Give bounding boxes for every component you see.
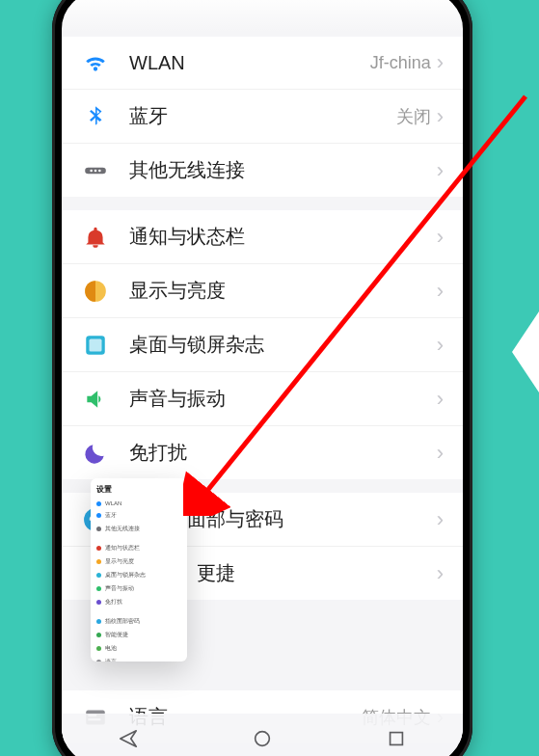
settings-group: WLAN Jf-china › 蓝牙 关闭 › 其他无线连接 — [62, 37, 463, 197]
row-label: 免打扰 — [129, 440, 437, 466]
mini-row: 通知与状态栏 — [96, 544, 181, 553]
nav-home-button[interactable] — [231, 728, 293, 749]
mini-row: 智能便捷 — [96, 631, 181, 639]
chevron-right-icon: › — [437, 563, 444, 584]
row-label: 桌面与锁屏杂志 — [129, 332, 437, 358]
settings-row-dnd[interactable]: 免打扰 › — [62, 425, 463, 479]
mini-row: 蓝牙 — [96, 511, 181, 520]
mini-rows: WLAN蓝牙其他无线连接通知与状态栏显示与亮度桌面与锁屏杂志声音与振动免打扰指纹… — [96, 500, 181, 662]
svg-point-1 — [90, 169, 93, 172]
chevron-right-icon: › — [437, 281, 444, 302]
mini-row: 显示与亮度 — [96, 557, 181, 566]
settings-row-other-wireless[interactable]: 其他无线连接 › — [62, 143, 463, 197]
chevron-right-icon: › — [437, 509, 444, 530]
mini-row: 语言 — [96, 658, 181, 662]
settings-row-bluetooth[interactable]: 蓝牙 关闭 › — [62, 89, 463, 143]
chevron-right-icon: › — [437, 389, 444, 410]
mini-row: 电池 — [96, 644, 181, 653]
row-label: 其他无线连接 — [129, 157, 437, 183]
chevron-right-icon: › — [437, 52, 444, 73]
row-label: 蓝牙 — [129, 103, 396, 129]
row-label: 更捷 — [197, 560, 437, 586]
mini-preview-card[interactable]: 设置 WLAN蓝牙其他无线连接通知与状态栏显示与亮度桌面与锁屏杂志声音与振动免打… — [91, 478, 187, 662]
mini-row: 指纹面部密码 — [96, 617, 181, 626]
chevron-right-icon: › — [437, 160, 444, 181]
settings-row-notifications[interactable]: 通知与状态栏 › — [62, 210, 463, 263]
bell-icon — [83, 225, 108, 250]
mini-row: 免打扰 — [96, 598, 181, 607]
row-label: 通知与状态栏 — [129, 224, 437, 250]
row-label: 显示与亮度 — [129, 278, 437, 304]
brightness-icon — [83, 279, 108, 304]
svg-point-2 — [94, 169, 97, 172]
row-value: Jf-china — [370, 53, 431, 73]
chevron-right-icon: › — [437, 227, 444, 248]
top-fade — [62, 0, 463, 33]
moon-icon — [83, 441, 108, 466]
nav-back-button[interactable] — [97, 728, 159, 749]
navigation-bar — [62, 714, 463, 756]
row-value: 关闭 — [396, 105, 431, 128]
wifi-icon — [83, 50, 108, 75]
settings-row-display[interactable]: 显示与亮度 › — [62, 263, 463, 317]
settings-row-home-lock[interactable]: 桌面与锁屏杂志 › — [62, 317, 463, 371]
settings-group: 通知与状态栏 › 显示与亮度 › 桌面与锁屏杂志 › — [62, 210, 463, 479]
bluetooth-icon — [83, 104, 108, 129]
mini-title: 设置 — [96, 484, 181, 495]
dots-icon — [83, 158, 108, 183]
speaker-icon — [83, 387, 108, 412]
mini-row: 其他无线连接 — [96, 525, 181, 533]
mini-row: 桌面与锁屏杂志 — [96, 571, 181, 580]
mini-row: WLAN — [96, 500, 181, 506]
chevron-right-icon: › — [437, 106, 444, 127]
chevron-right-icon: › — [437, 335, 444, 356]
svg-rect-6 — [90, 338, 102, 351]
nav-recent-button[interactable] — [365, 728, 427, 749]
settings-row-wlan[interactable]: WLAN Jf-china › — [62, 37, 463, 89]
svg-point-11 — [256, 732, 270, 746]
wallpaper-icon — [83, 333, 108, 358]
settings-row-sound[interactable]: 声音与振动 › — [62, 371, 463, 425]
svg-rect-12 — [390, 733, 402, 745]
row-label: WLAN — [129, 52, 370, 74]
chevron-right-icon: › — [437, 443, 444, 464]
decorative-edge — [512, 309, 539, 395]
svg-point-3 — [98, 169, 101, 172]
row-label: 声音与振动 — [129, 386, 437, 412]
mini-row: 声音与振动 — [96, 584, 181, 593]
